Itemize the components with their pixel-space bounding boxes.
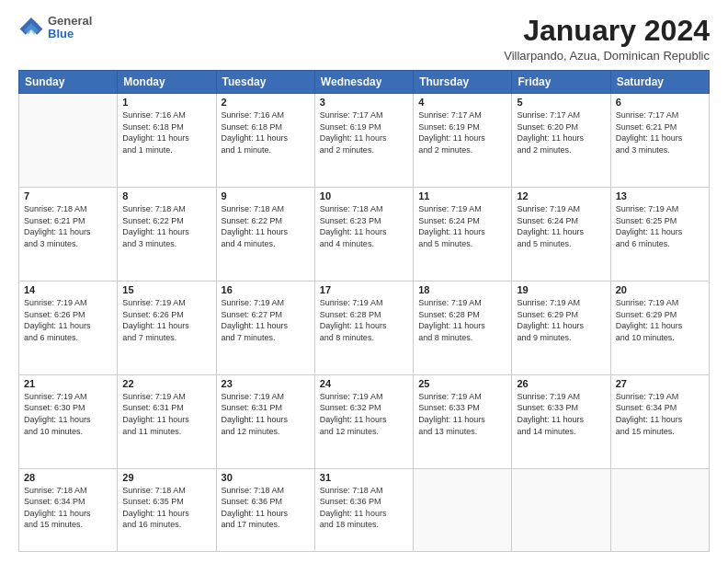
- table-row: 4Sunrise: 7:17 AM Sunset: 6:19 PM Daylig…: [414, 94, 512, 188]
- calendar-week-row: 14Sunrise: 7:19 AM Sunset: 6:26 PM Dayli…: [19, 281, 710, 374]
- table-row: 13Sunrise: 7:19 AM Sunset: 6:25 PM Dayli…: [610, 188, 709, 282]
- day-number: 18: [418, 284, 506, 295]
- day-info: Sunrise: 7:17 AM Sunset: 6:21 PM Dayligh…: [616, 109, 704, 155]
- day-number: 17: [320, 284, 408, 295]
- day-number: 9: [222, 190, 310, 201]
- day-info: Sunrise: 7:16 AM Sunset: 6:18 PM Dayligh…: [222, 109, 310, 155]
- day-number: 12: [517, 190, 605, 201]
- day-number: 26: [517, 378, 605, 389]
- day-info: Sunrise: 7:19 AM Sunset: 6:24 PM Dayligh…: [418, 203, 506, 249]
- table-row: 28Sunrise: 7:18 AM Sunset: 6:34 PM Dayli…: [19, 468, 118, 551]
- logo-general-text: General: [48, 15, 92, 28]
- col-sunday: Sunday: [19, 71, 118, 94]
- header: General Blue January 2024 Villarpando, A…: [18, 15, 710, 63]
- table-row: [19, 94, 118, 188]
- table-row: 6Sunrise: 7:17 AM Sunset: 6:21 PM Daylig…: [610, 94, 709, 188]
- day-info: Sunrise: 7:18 AM Sunset: 6:36 PM Dayligh…: [222, 485, 310, 531]
- day-info: Sunrise: 7:18 AM Sunset: 6:34 PM Dayligh…: [24, 485, 112, 531]
- day-info: Sunrise: 7:19 AM Sunset: 6:33 PM Dayligh…: [418, 391, 506, 437]
- table-row: 1Sunrise: 7:16 AM Sunset: 6:18 PM Daylig…: [118, 94, 216, 188]
- day-info: Sunrise: 7:17 AM Sunset: 6:19 PM Dayligh…: [320, 109, 408, 155]
- day-info: Sunrise: 7:17 AM Sunset: 6:20 PM Dayligh…: [517, 109, 605, 155]
- logo: General Blue: [18, 15, 92, 41]
- table-row: 24Sunrise: 7:19 AM Sunset: 6:32 PM Dayli…: [314, 374, 413, 468]
- day-info: Sunrise: 7:19 AM Sunset: 6:29 PM Dayligh…: [517, 297, 605, 343]
- col-saturday: Saturday: [610, 71, 709, 94]
- table-row: 7Sunrise: 7:18 AM Sunset: 6:21 PM Daylig…: [19, 188, 118, 282]
- day-number: 4: [418, 97, 506, 108]
- col-wednesday: Wednesday: [314, 71, 413, 94]
- day-number: 23: [222, 378, 310, 389]
- day-number: 10: [320, 190, 408, 201]
- day-info: Sunrise: 7:17 AM Sunset: 6:19 PM Dayligh…: [418, 109, 506, 155]
- day-number: 28: [24, 472, 112, 483]
- day-number: 20: [616, 284, 704, 295]
- table-row: 26Sunrise: 7:19 AM Sunset: 6:33 PM Dayli…: [512, 374, 610, 468]
- day-number: 22: [122, 378, 210, 389]
- day-info: Sunrise: 7:19 AM Sunset: 6:33 PM Dayligh…: [517, 391, 605, 437]
- table-row: [610, 468, 709, 551]
- day-info: Sunrise: 7:19 AM Sunset: 6:25 PM Dayligh…: [616, 203, 704, 249]
- col-thursday: Thursday: [414, 71, 512, 94]
- day-info: Sunrise: 7:19 AM Sunset: 6:29 PM Dayligh…: [616, 297, 704, 343]
- logo-blue-text: Blue: [48, 28, 92, 40]
- day-number: 25: [418, 378, 506, 389]
- table-row: 3Sunrise: 7:17 AM Sunset: 6:19 PM Daylig…: [314, 94, 413, 188]
- table-row: 19Sunrise: 7:19 AM Sunset: 6:29 PM Dayli…: [512, 281, 610, 374]
- day-info: Sunrise: 7:19 AM Sunset: 6:26 PM Dayligh…: [122, 297, 210, 343]
- table-row: 9Sunrise: 7:18 AM Sunset: 6:22 PM Daylig…: [216, 188, 314, 282]
- day-info: Sunrise: 7:16 AM Sunset: 6:18 PM Dayligh…: [122, 109, 210, 155]
- month-title: January 2024: [504, 15, 710, 47]
- day-number: 15: [122, 284, 210, 295]
- day-info: Sunrise: 7:18 AM Sunset: 6:35 PM Dayligh…: [122, 485, 210, 531]
- table-row: 16Sunrise: 7:19 AM Sunset: 6:27 PM Dayli…: [216, 281, 314, 374]
- day-number: 29: [122, 472, 210, 483]
- day-number: 6: [616, 97, 704, 108]
- calendar-table: Sunday Monday Tuesday Wednesday Thursday…: [18, 70, 710, 552]
- col-monday: Monday: [118, 71, 216, 94]
- table-row: 8Sunrise: 7:18 AM Sunset: 6:22 PM Daylig…: [118, 188, 216, 282]
- logo-icon: [18, 15, 44, 40]
- day-number: 11: [418, 190, 506, 201]
- day-number: 30: [222, 472, 310, 483]
- table-row: 25Sunrise: 7:19 AM Sunset: 6:33 PM Dayli…: [414, 374, 512, 468]
- day-info: Sunrise: 7:19 AM Sunset: 6:24 PM Dayligh…: [517, 203, 605, 249]
- table-row: 14Sunrise: 7:19 AM Sunset: 6:26 PM Dayli…: [19, 281, 118, 374]
- day-number: 21: [24, 378, 112, 389]
- day-info: Sunrise: 7:18 AM Sunset: 6:36 PM Dayligh…: [320, 485, 408, 531]
- table-row: 17Sunrise: 7:19 AM Sunset: 6:28 PM Dayli…: [314, 281, 413, 374]
- calendar-header-row: Sunday Monday Tuesday Wednesday Thursday…: [19, 71, 710, 94]
- day-info: Sunrise: 7:19 AM Sunset: 6:34 PM Dayligh…: [616, 391, 704, 437]
- day-info: Sunrise: 7:19 AM Sunset: 6:32 PM Dayligh…: [320, 391, 408, 437]
- table-row: 5Sunrise: 7:17 AM Sunset: 6:20 PM Daylig…: [512, 94, 610, 188]
- day-info: Sunrise: 7:19 AM Sunset: 6:26 PM Dayligh…: [24, 297, 112, 343]
- table-row: 22Sunrise: 7:19 AM Sunset: 6:31 PM Dayli…: [118, 374, 216, 468]
- day-info: Sunrise: 7:18 AM Sunset: 6:21 PM Dayligh…: [24, 203, 112, 249]
- table-row: 11Sunrise: 7:19 AM Sunset: 6:24 PM Dayli…: [414, 188, 512, 282]
- day-info: Sunrise: 7:19 AM Sunset: 6:30 PM Dayligh…: [24, 391, 112, 437]
- day-number: 31: [320, 472, 408, 483]
- day-info: Sunrise: 7:19 AM Sunset: 6:28 PM Dayligh…: [320, 297, 408, 343]
- day-info: Sunrise: 7:18 AM Sunset: 6:23 PM Dayligh…: [320, 203, 408, 249]
- day-number: 1: [122, 97, 210, 108]
- day-info: Sunrise: 7:19 AM Sunset: 6:28 PM Dayligh…: [418, 297, 506, 343]
- table-row: 31Sunrise: 7:18 AM Sunset: 6:36 PM Dayli…: [314, 468, 413, 551]
- day-number: 8: [122, 190, 210, 201]
- location-subtitle: Villarpando, Azua, Dominican Republic: [504, 49, 710, 63]
- table-row: 10Sunrise: 7:18 AM Sunset: 6:23 PM Dayli…: [314, 188, 413, 282]
- title-block: January 2024 Villarpando, Azua, Dominica…: [504, 15, 710, 63]
- page: General Blue January 2024 Villarpando, A…: [0, 0, 728, 563]
- table-row: 2Sunrise: 7:16 AM Sunset: 6:18 PM Daylig…: [216, 94, 314, 188]
- calendar-week-row: 7Sunrise: 7:18 AM Sunset: 6:21 PM Daylig…: [19, 188, 710, 282]
- day-number: 13: [616, 190, 704, 201]
- table-row: [512, 468, 610, 551]
- day-number: 16: [222, 284, 310, 295]
- day-info: Sunrise: 7:19 AM Sunset: 6:31 PM Dayligh…: [222, 391, 310, 437]
- table-row: 20Sunrise: 7:19 AM Sunset: 6:29 PM Dayli…: [610, 281, 709, 374]
- table-row: 29Sunrise: 7:18 AM Sunset: 6:35 PM Dayli…: [118, 468, 216, 551]
- logo-text: General Blue: [48, 15, 92, 41]
- table-row: 27Sunrise: 7:19 AM Sunset: 6:34 PM Dayli…: [610, 374, 709, 468]
- col-tuesday: Tuesday: [216, 71, 314, 94]
- day-number: 3: [320, 97, 408, 108]
- table-row: 18Sunrise: 7:19 AM Sunset: 6:28 PM Dayli…: [414, 281, 512, 374]
